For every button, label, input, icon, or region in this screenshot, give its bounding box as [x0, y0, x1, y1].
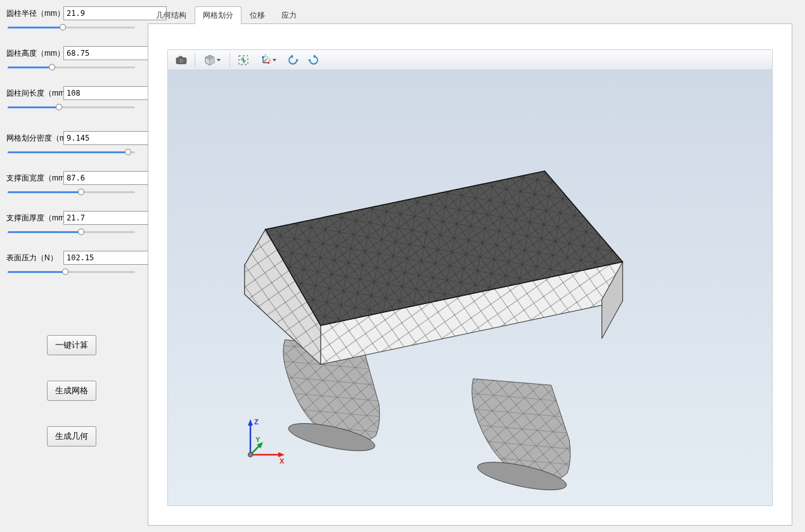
param-group: 圆柱间长度（mm）	[6, 86, 136, 113]
svg-rect-1	[179, 56, 183, 58]
svg-point-22	[248, 453, 253, 457]
svg-rect-10	[309, 59, 311, 61]
param-label: 圆柱高度（mm）	[6, 48, 60, 59]
svg-text:X: X	[269, 58, 271, 62]
generate-mesh-button[interactable]: 生成网格	[47, 381, 96, 401]
tab-stress[interactable]: 应力	[273, 6, 305, 24]
viewport: Z X Y	[167, 49, 773, 506]
svg-text:X: X	[280, 457, 285, 465]
param-slider[interactable]	[8, 103, 135, 111]
svg-point-3	[181, 60, 183, 61]
tab-geometry[interactable]: 几何结构	[148, 6, 195, 24]
param-group: 网格划分密度（mm）	[6, 131, 136, 158]
axes-triad: Z X Y	[238, 417, 288, 467]
tabs: 几何结构网格划分位移应力	[148, 6, 792, 24]
main-panel: 几何结构网格划分位移应力	[143, 0, 805, 532]
param-label: 支撑面厚度（mm）	[6, 213, 60, 224]
fit-view-icon	[238, 54, 249, 66]
rotate-cw-icon	[307, 54, 320, 66]
svg-text:Y: Y	[255, 436, 261, 443]
param-label: 支撑面宽度（mm）	[6, 173, 60, 184]
param-slider[interactable]	[8, 267, 135, 276]
3d-canvas[interactable]: Z X Y	[168, 70, 772, 505]
tab-mesh[interactable]: 网格划分	[195, 6, 242, 24]
svg-marker-14	[248, 419, 253, 426]
svg-rect-9	[296, 59, 298, 61]
param-slider[interactable]	[8, 148, 135, 156]
param-slider[interactable]	[8, 63, 135, 72]
param-label: 圆柱间长度（mm）	[6, 88, 60, 99]
param-slider[interactable]	[8, 23, 135, 32]
viewport-toolbar: Z X Y	[168, 50, 772, 70]
viewport-frame: Z X Y	[148, 23, 792, 526]
param-group: 支撑面宽度（mm）	[6, 171, 136, 198]
svg-point-5	[243, 59, 245, 61]
cube-view-button[interactable]	[199, 52, 226, 68]
chevron-down-icon	[273, 59, 276, 61]
param-label: 圆柱半径（mm）	[6, 8, 60, 19]
svg-marker-17	[278, 452, 285, 457]
cube-icon	[204, 54, 216, 66]
rotate-cw-button[interactable]	[304, 52, 323, 68]
rotate-ccw-icon	[287, 54, 299, 66]
tab-displacement[interactable]: 位移	[242, 6, 273, 24]
param-group: 圆柱高度（mm）	[6, 46, 136, 73]
param-group: 表面压力（N）	[6, 251, 136, 278]
svg-text:Z: Z	[254, 418, 259, 426]
rotate-ccw-button[interactable]	[283, 52, 302, 68]
axes-xyz-icon: Z X Y	[260, 54, 271, 66]
axes-orientation-button[interactable]: Z X Y	[255, 52, 281, 68]
camera-icon[interactable]	[172, 52, 191, 68]
param-group: 圆柱半径（mm）	[6, 6, 136, 34]
param-slider[interactable]	[8, 187, 135, 196]
param-slider[interactable]	[8, 227, 135, 236]
chevron-down-icon	[217, 59, 221, 61]
svg-text:Z: Z	[264, 54, 266, 58]
param-label: 表面压力（N）	[6, 253, 60, 263]
sidebar: 圆柱半径（mm）圆柱高度（mm）圆柱间长度（mm）网格划分密度（mm）支撑面宽度…	[0, 0, 143, 532]
action-buttons: 一键计算 生成网格 生成几何	[6, 335, 136, 446]
param-group: 支撑面厚度（mm）	[6, 211, 136, 238]
param-label: 网格划分密度（mm）	[6, 133, 60, 144]
fit-view-button[interactable]	[234, 52, 253, 68]
generate-geometry-button[interactable]: 生成几何	[47, 426, 96, 446]
compute-button[interactable]: 一键计算	[47, 335, 96, 355]
